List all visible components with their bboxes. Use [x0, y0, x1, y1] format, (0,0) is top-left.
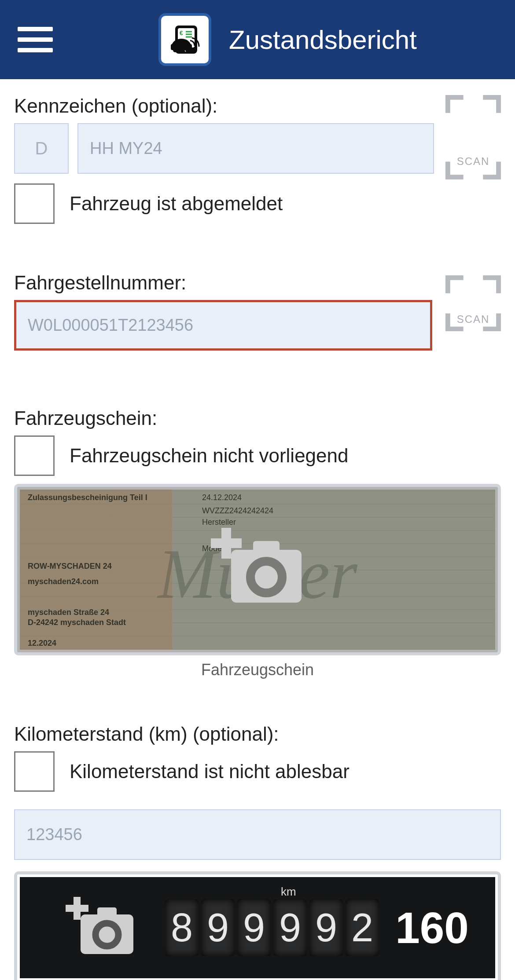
odo-speed-value: 160	[395, 903, 469, 953]
vin-label: Fahrgestellnummer:	[14, 272, 437, 294]
svg-text:€: €	[180, 29, 183, 37]
svg-point-5	[173, 48, 177, 52]
odo-digits: 8 9 9 9 9 2	[165, 897, 379, 958]
license-plate-input[interactable]	[77, 123, 434, 174]
scan-vin-button[interactable]: SCAN	[445, 275, 501, 363]
mileage-unreadable-checkbox[interactable]	[14, 751, 55, 792]
svg-rect-15	[66, 905, 88, 912]
kennzeichen-label: Kennzeichen (optional):	[14, 95, 437, 117]
mileage-unreadable-label: Kilometerstand ist nicht ablesbar	[70, 761, 349, 783]
country-code-box: D	[14, 123, 69, 174]
add-photo-icon	[66, 874, 136, 980]
registration-doc-label: Fahrzeugschein:	[14, 407, 501, 429]
registration-doc-photo-area[interactable]: Zulassungsbescheinigung Teil I 24.12.202…	[14, 484, 501, 655]
svg-rect-10	[211, 538, 242, 548]
add-photo-icon	[17, 487, 498, 652]
svg-point-6	[185, 48, 190, 52]
svg-rect-13	[97, 907, 117, 919]
vehicle-deregistered-label: Fahrzeug ist abgemeldet	[70, 193, 283, 215]
app-logo-icon: €	[158, 13, 211, 66]
scan-plate-button[interactable]: SCAN	[445, 95, 501, 228]
registration-doc-caption: Fahrzeugschein	[14, 661, 501, 679]
menu-icon[interactable]	[18, 27, 53, 52]
vin-input[interactable]	[14, 300, 432, 351]
odometer-photo-area[interactable]: km 8 9 9 9 9 2 160	[14, 871, 501, 980]
vehicle-deregistered-checkbox[interactable]	[14, 183, 55, 224]
mileage-input[interactable]	[14, 809, 501, 860]
registration-doc-missing-label: Fahrzeugschein nicht vorliegend	[70, 445, 349, 467]
registration-doc-missing-checkbox[interactable]	[14, 435, 55, 476]
app-header: € Zustandsbericht	[0, 0, 515, 79]
svg-rect-8	[253, 541, 280, 556]
page-title: Zustandsbericht	[229, 25, 417, 55]
mileage-label: Kilometerstand (km) (optional):	[14, 723, 501, 745]
odo-km-label: km	[281, 885, 296, 899]
